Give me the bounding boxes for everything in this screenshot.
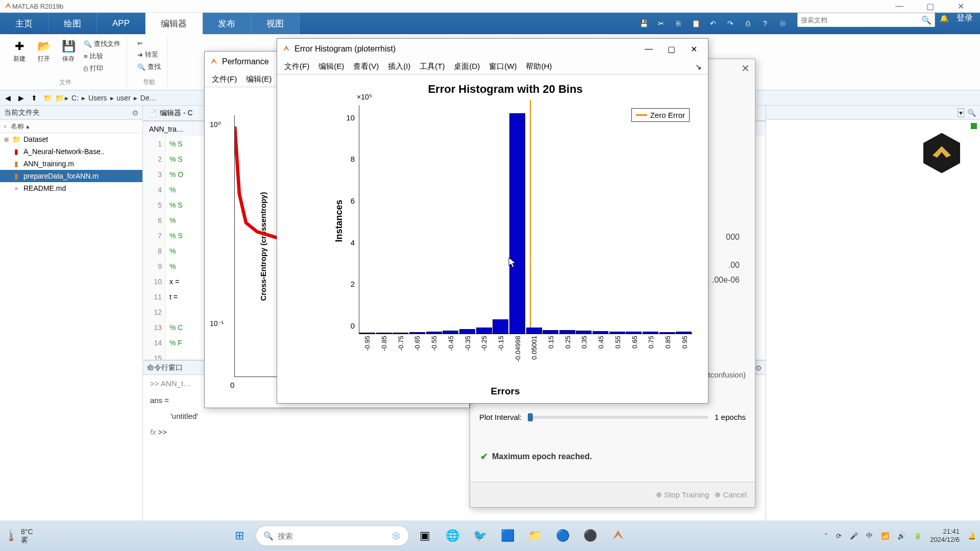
ws-dropdown[interactable]: ▾ — [958, 108, 964, 117]
editor-tab-label[interactable]: 编辑器 - C — [160, 109, 193, 118]
list-item[interactable]: ▮A_Neural-Network-Base.. — [0, 145, 142, 158]
fig-menu-edit[interactable]: 编辑(E) — [314, 60, 348, 73]
sort-asc-icon[interactable]: ▴ — [26, 122, 30, 130]
slider-thumb[interactable] — [528, 413, 533, 421]
save-icon[interactable]: 💾 — [638, 18, 649, 29]
undo-icon[interactable]: ↶ — [707, 18, 719, 29]
col-name-header[interactable]: 名称 — [11, 122, 24, 131]
fig-menu-insert[interactable]: 插入(I) — [384, 60, 414, 73]
print-icon[interactable]: ⎙ — [742, 18, 753, 29]
find-button[interactable]: 🔍查找 — [135, 61, 163, 72]
taskbar[interactable]: 🌡️ 8°C雾 ⊞ 🔍 ❄️ ▣ 🌐 🐦 🟦 📁 🔵 ⚫ ˄ ⟳ 🎤 中 📶 🔊… — [0, 520, 980, 551]
plot-interval-slider[interactable] — [528, 416, 708, 419]
copy-icon[interactable]: ⎘ — [673, 18, 684, 29]
tray-volume-icon[interactable]: 🔊 — [897, 532, 905, 540]
perf-menu-edit[interactable]: 编辑(E) — [242, 73, 276, 86]
hist-bar — [576, 331, 592, 334]
nav-back-btn[interactable]: ⇐ — [135, 38, 163, 48]
cmdwin-menu-icon[interactable]: ⊙ — [755, 364, 762, 372]
errhist-figure-window[interactable]: Error Histogram (ploterrhist) — ▢ ✕ 文件(F… — [277, 38, 708, 404]
tray-chevron-icon[interactable]: ˄ — [824, 532, 828, 540]
perf-xtick-0: 0 — [230, 381, 234, 389]
expand-icon[interactable]: ⊞ — [3, 136, 9, 143]
fig-menu-more-icon[interactable]: ↘ — [692, 62, 705, 71]
fig-minimize-button[interactable]: — — [640, 41, 658, 57]
maximize-button[interactable]: ▢ — [915, 0, 945, 13]
addr-browse-button[interactable]: 📁 — [42, 92, 53, 104]
app-icon-2[interactable]: 🟦 — [497, 524, 519, 547]
find-icon: 🔍 — [137, 63, 145, 71]
close-button[interactable]: ✕ — [945, 0, 976, 13]
help-icon[interactable]: ? — [760, 18, 771, 29]
tray-clock[interactable]: 21:41 2024/12/6 — [930, 528, 960, 543]
findfiles-button[interactable]: 🔍查找文件 — [82, 38, 122, 49]
addr-back-button[interactable]: ◀ — [2, 92, 13, 104]
ribbon-tab-editor[interactable]: 编辑器 — [145, 13, 203, 34]
minimize-button[interactable]: — — [884, 0, 915, 13]
findfiles-icon: 🔍 — [84, 40, 92, 48]
folder-icon: 📁 — [12, 135, 20, 143]
ribbon-tab-plots[interactable]: 绘图 — [48, 13, 97, 34]
list-item[interactable]: ▮ANN_training.m — [0, 158, 142, 170]
tray-sync-icon[interactable]: ⟳ — [836, 532, 842, 540]
nntrain-close-button[interactable]: ✕ — [741, 62, 750, 74]
compare-button[interactable]: ≡比较 — [82, 51, 122, 62]
new-button[interactable]: ✚新建 — [8, 37, 31, 75]
weather-widget[interactable]: 🌡️ 8°C雾 — [4, 528, 33, 544]
fig-menu-tools[interactable]: 工具(T) — [415, 60, 449, 73]
list-item[interactable]: ▮prepareData_forANN.m — [0, 170, 142, 182]
list-item[interactable]: ⊞📁Dataset — [0, 133, 142, 145]
edge-icon[interactable]: 🌐 — [442, 524, 464, 547]
fig-close-button[interactable]: ✕ — [684, 41, 703, 57]
fig-menu-help[interactable]: 帮助(H) — [522, 60, 556, 73]
goto-button[interactable]: ➜转至 — [135, 49, 163, 60]
ribbon-tab-home[interactable]: 主页 — [0, 13, 48, 34]
tray-battery-icon[interactable]: 🔋 — [914, 532, 922, 540]
redo-icon[interactable]: ↷ — [725, 18, 736, 29]
start-button[interactable]: ⊞ — [228, 524, 251, 547]
fig-menu-window[interactable]: 窗口(W) — [485, 60, 521, 73]
hist-bar — [559, 330, 575, 334]
chrome-icon[interactable]: 🔵 — [552, 524, 574, 547]
tray-notifications-icon[interactable]: 🔔 — [968, 532, 976, 540]
app-icon-1[interactable]: 🐦 — [469, 524, 492, 547]
taskbar-search-input[interactable] — [278, 532, 387, 540]
paste-icon[interactable]: 📋 — [690, 18, 701, 29]
cut-icon[interactable]: ✂ — [655, 18, 667, 29]
settings-icon[interactable]: ⦾ — [777, 18, 788, 29]
print-button[interactable]: ⎙打印 — [82, 63, 122, 74]
perf-menu-file[interactable]: 文件(F) — [208, 73, 241, 86]
explorer-icon[interactable]: 📁 — [524, 524, 547, 547]
bell-icon[interactable]: 🔔 — [938, 13, 949, 24]
ribbon-tab-apps[interactable]: APP — [97, 13, 145, 34]
ws-search-icon[interactable]: 🔍 — [967, 109, 976, 117]
ribbon-tab-publish[interactable]: 发布 — [203, 13, 251, 34]
fig-menu-file[interactable]: 文件(F) — [280, 60, 313, 73]
search-icon[interactable]: 🔍 — [921, 15, 932, 25]
chart-y-exponent: ×10⁵ — [357, 93, 372, 101]
open-button[interactable]: 📂打开 — [33, 37, 55, 75]
editor-subtab[interactable]: ANN_tra… — [149, 125, 184, 133]
matlab-taskbar-icon[interactable] — [607, 524, 629, 547]
hist-bar — [409, 332, 425, 334]
fig-menu-desktop[interactable]: 桌面(D) — [450, 60, 484, 73]
addr-path[interactable]: 📁▸ C:▸ Users▸ user▸ De… — [55, 94, 159, 102]
fig-maximize-button[interactable]: ▢ — [662, 41, 680, 57]
obs-icon[interactable]: ⚫ — [579, 524, 602, 547]
tray-mic-icon[interactable]: 🎤 — [850, 532, 858, 540]
taskview-button[interactable]: ▣ — [414, 524, 436, 547]
tray-wifi-icon[interactable]: 📶 — [881, 532, 889, 540]
ribbon-tab-view[interactable]: 视图 — [251, 13, 300, 34]
addr-up-button[interactable]: ⬆ — [29, 92, 40, 104]
addr-fwd-button[interactable]: ▶ — [15, 92, 27, 104]
doc-search-input[interactable] — [801, 16, 921, 24]
current-folder-menu-icon[interactable]: ⊙ — [132, 109, 138, 117]
login-link[interactable]: 登录 — [949, 13, 980, 34]
taskbar-search[interactable]: 🔍 ❄️ — [256, 525, 409, 546]
nn-val-3: .00e-06 — [712, 276, 740, 285]
save-button[interactable]: 💾保存 — [57, 37, 80, 75]
fig-menu-view[interactable]: 查看(V) — [349, 60, 383, 73]
doc-search[interactable]: 🔍 — [797, 13, 935, 27]
list-item[interactable]: ▫README.md — [0, 182, 142, 194]
tray-ime[interactable]: 中 — [866, 531, 873, 540]
